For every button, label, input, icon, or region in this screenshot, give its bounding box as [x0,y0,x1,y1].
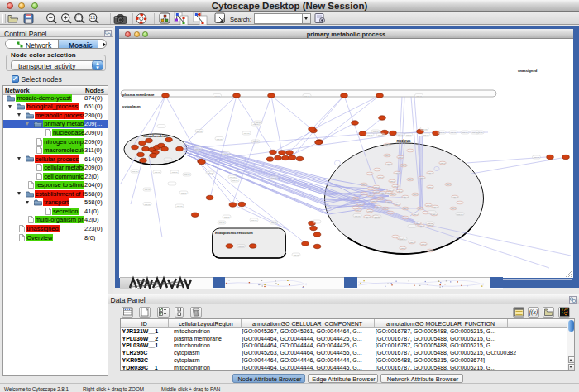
svg-text:YGR-t4: YGR-t4 [403,217,409,218]
svg-text:YGR-t4: YGR-t4 [428,172,434,174]
svg-text:Unk-nd: Unk-nd [406,134,413,136]
svg-text:YGR-t4: YGR-t4 [390,180,396,182]
svg-text:YGR-t4: YGR-t4 [426,204,433,206]
svg-text:YGR-t4: YGR-t4 [395,203,401,205]
svg-text:YGR-t4: YGR-t4 [353,207,360,208]
svg-text:Unk-nd: Unk-nd [422,128,428,130]
svg-text:YGR-t4: YGR-t4 [378,176,385,178]
svg-text:YGR-t4: YGR-t4 [376,206,382,208]
svg-text:Unk-nd: Unk-nd [195,148,202,150]
svg-text:YGR-t4: YGR-t4 [368,194,375,196]
svg-text:YGR-t4: YGR-t4 [378,198,385,199]
svg-text:Unk-nd: Unk-nd [177,205,184,207]
svg-text:Unk-nd: Unk-nd [253,141,260,142]
svg-text:Unk-nd: Unk-nd [244,132,251,134]
svg-text:Unk-nd: Unk-nd [409,226,416,227]
svg-text:YGR-t4: YGR-t4 [368,188,375,189]
svg-text:Unk-nd: Unk-nd [457,213,464,215]
svg-text:YGR-t4: YGR-t4 [415,222,422,224]
svg-text:YGR-t4: YGR-t4 [353,198,360,199]
svg-text:YGR-t4: YGR-t4 [383,208,390,209]
svg-text:YGR-t4: YGR-t4 [367,173,374,174]
svg-text:Unk-nd: Unk-nd [165,159,172,160]
svg-text:YGR-t4: YGR-t4 [413,213,419,215]
svg-text:Unk-nd: Unk-nd [230,176,237,178]
svg-text:YGR-t4: YGR-t4 [374,186,380,188]
svg-text:YGR-t4: YGR-t4 [386,201,393,203]
svg-text:Unk-nd: Unk-nd [217,138,223,140]
svg-text:Unk-nd: Unk-nd [439,131,446,133]
svg-text:YGR-t4: YGR-t4 [380,192,387,194]
svg-text:YGR-t4: YGR-t4 [418,208,424,209]
svg-text:Unk-nd: Unk-nd [462,131,469,133]
svg-text:YGR-t4: YGR-t4 [413,194,419,195]
svg-text:Unk-nd: Unk-nd [219,222,226,223]
svg-text:Unk-nd: Unk-nd [214,95,221,97]
svg-text:f(x): f(x) [529,308,538,316]
svg-text:Unk-nd: Unk-nd [238,246,245,247]
svg-text:Unk-nd: Unk-nd [232,179,239,181]
svg-text:plasma membrane: plasma membrane [122,93,155,97]
svg-text:Unk-nd: Unk-nd [271,177,278,179]
svg-text:Unk-nd: Unk-nd [208,172,214,174]
svg-text:YGR-t4: YGR-t4 [400,247,407,249]
svg-text:Unk-nd: Unk-nd [132,170,139,172]
svg-text:Unk-nd: Unk-nd [423,134,430,136]
svg-text:YGR-t4: YGR-t4 [397,190,404,192]
svg-text:endoplasmic reticulum: endoplasmic reticulum [215,231,253,235]
svg-text:YGR-t4: YGR-t4 [433,206,439,208]
svg-text:YGR-t4: YGR-t4 [358,203,365,205]
svg-text:YGR-t4: YGR-t4 [390,194,397,195]
svg-text:Unk-nd: Unk-nd [314,221,321,222]
svg-text:Unk-nd: Unk-nd [451,131,457,133]
svg-text:mitochondrion: mitochondrion [143,134,168,138]
svg-text:Unk-nd: Unk-nd [271,222,278,223]
svg-text:YGR-t4: YGR-t4 [395,172,401,174]
svg-text:YGR-t4: YGR-t4 [386,163,393,165]
svg-text:Unk-nd: Unk-nd [416,95,423,97]
svg-text:YGR-t4: YGR-t4 [409,241,416,243]
svg-text:Unk-nd: Unk-nd [378,134,385,136]
svg-text:YGR-t4: YGR-t4 [452,196,459,198]
svg-text:YGR-t4: YGR-t4 [408,179,414,180]
svg-text:Unk-nd: Unk-nd [398,134,404,136]
svg-text:Unk-nd: Unk-nd [373,131,380,132]
svg-text:Unk-nd: Unk-nd [256,122,262,123]
svg-text:YGR-t4: YGR-t4 [385,144,391,146]
svg-text:YGR-t4: YGR-t4 [403,208,409,209]
svg-text:YGR-t4: YGR-t4 [385,155,391,156]
svg-text:YGR-t4: YGR-t4 [446,184,452,185]
svg-text:Unk-nd: Unk-nd [472,131,479,133]
svg-text:YGR-t4: YGR-t4 [403,196,409,198]
svg-text:Unk-nd: Unk-nd [145,203,151,205]
svg-text:YGR-t4: YGR-t4 [428,250,434,251]
svg-text:YGR-t4: YGR-t4 [388,212,395,213]
svg-text:YGR-t4: YGR-t4 [361,184,368,185]
svg-text:YGR-t4: YGR-t4 [393,185,400,187]
svg-text:YGR-t4: YGR-t4 [365,216,371,218]
svg-text:Unk-nd: Unk-nd [170,183,176,184]
svg-text:unassigned: unassigned [518,69,538,73]
svg-text:Unk-nd: Unk-nd [181,192,188,194]
svg-text:Unk-nd: Unk-nd [304,95,311,97]
svg-text:Unk-nd: Unk-nd [224,216,231,218]
svg-text:Unk-nd: Unk-nd [355,215,361,217]
svg-text:YGR-t4: YGR-t4 [375,169,381,170]
svg-text:YGR-t4: YGR-t4 [440,162,447,164]
svg-text:YGR-t4: YGR-t4 [356,209,362,211]
svg-text:YGR-t4: YGR-t4 [408,150,414,151]
svg-text:Unk-nd: Unk-nd [145,189,151,190]
svg-text:YGR-t4: YGR-t4 [451,208,457,209]
svg-text:YGR-t4: YGR-t4 [371,200,378,202]
svg-text:Unk-nd: Unk-nd [367,134,374,136]
svg-text:YGR-t4: YGR-t4 [419,177,426,179]
svg-text:Unk-nd: Unk-nd [172,171,179,173]
svg-text:Unk-nd: Unk-nd [197,131,203,132]
svg-text:YGR-t4: YGR-t4 [388,189,395,191]
svg-text:YGR-t4: YGR-t4 [419,225,425,227]
svg-text:Unk-nd: Unk-nd [159,126,165,127]
svg-text:Unk-nd: Unk-nd [400,238,407,240]
svg-text:YGR-t4: YGR-t4 [421,243,428,245]
svg-text:Unk-nd: Unk-nd [251,219,258,221]
svg-text:YGR-t4: YGR-t4 [374,191,380,193]
